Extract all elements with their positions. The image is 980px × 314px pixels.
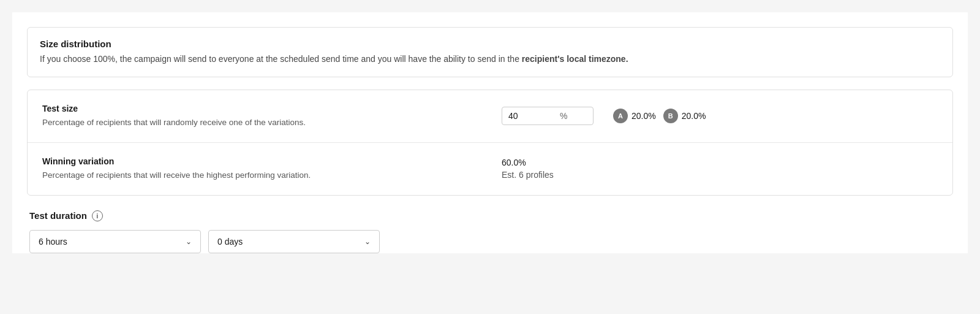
winning-percent: 60.0% (502, 158, 554, 167)
test-size-input-wrapper[interactable]: % (502, 107, 594, 125)
size-distribution-desc-bold: recipient's local timezone. (522, 54, 628, 64)
days-dropdown[interactable]: 0 days ⌄ (208, 230, 380, 253)
test-size-row: Test size Percentage of recipients that … (28, 90, 952, 142)
variation-badges: A 20.0% B 20.0% (613, 109, 706, 123)
hours-dropdown[interactable]: 6 hours ⌄ (29, 230, 201, 253)
days-dropdown-label: 0 days (217, 237, 243, 247)
test-size-unit: % (560, 111, 567, 121)
test-duration-dropdowns: 6 hours ⌄ 0 days ⌄ (29, 230, 951, 253)
test-duration-section: Test duration i 6 hours ⌄ 0 days ⌄ (27, 210, 953, 253)
test-size-input[interactable] (508, 111, 557, 121)
badge-b-circle: B (663, 109, 678, 123)
winning-variation-desc: Percentage of recipients that will recei… (42, 170, 502, 182)
page-container: Size distribution If you choose 100%, th… (12, 12, 968, 253)
days-chevron-icon: ⌄ (364, 237, 371, 246)
winning-est: Est. 6 profiles (502, 170, 554, 180)
test-size-right: % A 20.0% B 20.0% (502, 107, 938, 125)
info-icon-label: i (96, 212, 98, 220)
test-duration-info-icon[interactable]: i (92, 210, 103, 221)
winning-variation-left: Winning variation Percentage of recipien… (42, 156, 502, 182)
winning-variation-label: Winning variation (42, 156, 502, 166)
test-duration-title: Test duration (29, 210, 87, 221)
size-distribution-desc-text: If you choose 100%, the campaign will se… (40, 54, 522, 64)
hours-chevron-icon: ⌄ (186, 237, 192, 246)
winning-variation-right: 60.0% Est. 6 profiles (502, 158, 938, 180)
test-config-card: Test size Percentage of recipients that … (27, 90, 953, 196)
test-size-desc: Percentage of recipients that will rando… (42, 117, 502, 129)
size-distribution-desc: If you choose 100%, the campaign will se… (40, 53, 940, 66)
test-size-left: Test size Percentage of recipients that … (42, 104, 502, 129)
badge-a: A 20.0% (613, 109, 656, 123)
winning-variation-row: Winning variation Percentage of recipien… (28, 142, 952, 195)
badge-a-circle: A (613, 109, 628, 123)
test-size-label: Test size (42, 104, 502, 113)
size-distribution-section: Size distribution If you choose 100%, th… (27, 27, 953, 77)
size-distribution-title: Size distribution (40, 39, 940, 49)
test-duration-header: Test duration i (29, 210, 951, 221)
badge-b-value: 20.0% (682, 111, 706, 121)
hours-dropdown-label: 6 hours (39, 237, 67, 247)
badge-a-value: 20.0% (631, 111, 656, 121)
badge-b: B 20.0% (663, 109, 706, 123)
winning-variation-values: 60.0% Est. 6 profiles (502, 158, 554, 180)
